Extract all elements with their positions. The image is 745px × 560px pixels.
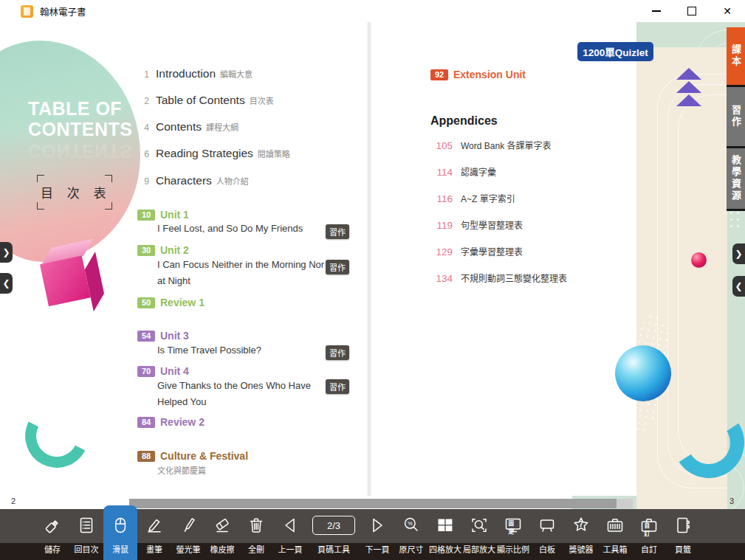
- appendix-irregular-verbs[interactable]: 134 不規則動詞三態變化整理表: [430, 272, 567, 284]
- zoom-area-icon: [470, 509, 489, 542]
- minimize-icon: [652, 10, 661, 12]
- tool-number-picker[interactable]: 7 獎號器: [564, 509, 598, 560]
- unit2-title-line1[interactable]: I Can Focus Neither in the Morning Nor: [157, 259, 324, 270]
- prev-triangle-icon: [281, 509, 300, 542]
- book-tabs-icon: [673, 509, 693, 542]
- toc-entry-unit4[interactable]: 70 Unit 4: [137, 365, 189, 377]
- window-title: 翰林電子書: [40, 4, 86, 18]
- chevron-left-icon: ❮: [735, 281, 742, 291]
- page-indicator-value[interactable]: 2/3: [312, 516, 355, 535]
- appendix-word-bank[interactable]: 105 Word Bank 各課單字表: [430, 139, 551, 151]
- appendix-az-index[interactable]: 116 A~Z 單字索引: [430, 192, 515, 204]
- eraser-icon: [213, 509, 232, 542]
- next-triangle-icon: [368, 509, 387, 542]
- toc-seal: 目 次 表: [37, 175, 112, 210]
- nav-next-right-button[interactable]: ❯: [732, 243, 745, 264]
- left-page-number: 2: [11, 497, 16, 505]
- scrollbar-thumb[interactable]: [129, 499, 617, 508]
- toc-hero-title: TABLE OF CONTENTS: [28, 98, 133, 139]
- seal-text: 目 次 表: [41, 183, 109, 201]
- unit4-title-line2[interactable]: Helped You: [157, 396, 207, 407]
- tab-teaching-resources[interactable]: 教學資源: [727, 148, 745, 211]
- deco-purple-triangle: [676, 68, 701, 80]
- unit1-title[interactable]: I Feel Lost, and So Do My Friends: [157, 223, 303, 234]
- app-logo-icon: [21, 5, 33, 18]
- appendix-vocab-summary[interactable]: 129 字彙學習整理表: [430, 245, 523, 257]
- toc-entry-unit3[interactable]: 54 Unit 3: [137, 330, 189, 342]
- tool-eraser[interactable]: 橡皮擦: [205, 509, 239, 560]
- side-tab-bar: 課本 習作 教學資源: [727, 27, 745, 211]
- minimize-button[interactable]: [639, 0, 674, 22]
- toc-entry-unit1[interactable]: 10 Unit 1: [137, 209, 189, 221]
- zoom-percent-icon: %: [402, 509, 421, 542]
- nav-next-left-button[interactable]: ❯: [0, 242, 13, 263]
- unit1-workbook-badge[interactable]: 習作: [326, 224, 349, 239]
- close-button[interactable]: ✕: [710, 0, 745, 22]
- tool-display-ratio[interactable]: 固定 顯示比例: [496, 509, 530, 560]
- whiteboard-icon: [538, 509, 557, 542]
- tool-pen[interactable]: 畫筆: [137, 509, 171, 560]
- toc-entry-unit2[interactable]: 30 Unit 2: [137, 244, 189, 256]
- seal-corner: [37, 202, 44, 210]
- tool-mouse[interactable]: 滑鼠: [103, 505, 137, 560]
- ebook-window: 翰林電子書 ✕ TABLE OF CONTENTS: [0, 0, 745, 560]
- toc-entry-contents[interactable]: 4 Contents 課程大綱: [137, 120, 238, 134]
- toc-entry-table-of-contents[interactable]: 2 Table of Contents 目次表: [137, 94, 274, 107]
- nav-prev-right-button[interactable]: ❮: [732, 276, 745, 297]
- tool-previous-page[interactable]: 上一頁: [273, 509, 307, 560]
- tool-original-size[interactable]: % 原尺寸: [394, 509, 428, 560]
- deco-purple-triangle: [676, 94, 701, 106]
- tool-custom[interactable]: 自訂 自訂: [632, 509, 666, 560]
- tool-page-tabs[interactable]: 頁籤: [666, 509, 700, 560]
- tool-whiteboard[interactable]: 白板: [530, 509, 564, 560]
- toc-entry-introduction[interactable]: 1 Introduction 編輯大意: [137, 67, 253, 80]
- unit3-title[interactable]: Is Time Travel Possible?: [157, 345, 261, 356]
- tool-highlighter[interactable]: 螢光筆: [171, 509, 205, 560]
- unit3-workbook-badge[interactable]: 習作: [326, 345, 349, 360]
- right-page-number: 3: [729, 497, 734, 505]
- hero-line1: TABLE OF: [28, 98, 133, 119]
- horizontal-scrollbar[interactable]: [129, 499, 633, 508]
- tool-page-indicator[interactable]: 2/3 頁碼工具: [307, 509, 360, 560]
- toc-entry-review1[interactable]: 50 Review 1: [137, 297, 205, 308]
- pen-icon: [145, 509, 164, 542]
- tool-four-grid-zoom[interactable]: 四格放大: [428, 509, 462, 560]
- tool-next-page[interactable]: 下一頁: [360, 509, 394, 560]
- tab-workbook[interactable]: 習作: [727, 87, 745, 148]
- toc-entry-culture-festival[interactable]: 88 Culture & Festival: [137, 450, 248, 462]
- unit4-title-line1[interactable]: Give Thanks to the Ones Who Have: [157, 380, 311, 391]
- tool-toolbox[interactable]: 工具箱: [598, 509, 632, 560]
- toc-entry-characters[interactable]: 9 Characters 人物介紹: [137, 174, 249, 187]
- nav-prev-left-button[interactable]: ❮: [0, 273, 13, 294]
- tool-save[interactable]: 儲存: [35, 509, 69, 560]
- page-box-icon: 2/3: [312, 509, 355, 542]
- appendix-vocabulary[interactable]: 114 認識字彙: [430, 165, 496, 178]
- unit4-workbook-badge[interactable]: 習作: [326, 379, 349, 394]
- usb-icon: [43, 509, 62, 542]
- deco-blue-sphere: [615, 345, 671, 401]
- toc-entry-reading-strategies[interactable]: 6 Reading Strategies 閱讀策略: [137, 147, 290, 160]
- chevron-right-icon: ❯: [2, 247, 10, 257]
- tool-delete-all[interactable]: 全刪: [239, 509, 273, 560]
- unit2-workbook-badge[interactable]: 習作: [326, 260, 349, 274]
- appendices-heading: Appendices: [430, 114, 498, 128]
- quizlet-button[interactable]: 1200單Quizlet: [577, 42, 653, 61]
- deco-pink-cube: [37, 238, 112, 313]
- title-bar: 翰林電子書 ✕: [0, 0, 745, 22]
- toc-entry-review2[interactable]: 84 Review 2: [137, 416, 205, 428]
- seal-corner: [105, 175, 112, 182]
- page-gutter: [366, 22, 372, 496]
- maximize-button[interactable]: [674, 0, 710, 22]
- monitor-icon: 固定: [504, 509, 523, 542]
- unit2-title-line2[interactable]: at Night: [157, 275, 190, 286]
- grid-icon: [436, 509, 455, 542]
- highlighter-icon: [179, 509, 198, 542]
- custom-case-icon: 自訂: [639, 509, 659, 542]
- right-page: [369, 22, 636, 496]
- tool-partial-zoom[interactable]: 局部放大: [462, 509, 496, 560]
- tool-back-to-toc[interactable]: 回目次: [69, 509, 103, 560]
- appendix-sentence-patterns[interactable]: 119 句型學習整理表: [430, 218, 523, 231]
- toc-icon: [77, 509, 96, 542]
- tab-textbook[interactable]: 課本: [727, 27, 745, 87]
- toc-entry-extension-unit[interactable]: 92 Extension Unit: [430, 69, 526, 80]
